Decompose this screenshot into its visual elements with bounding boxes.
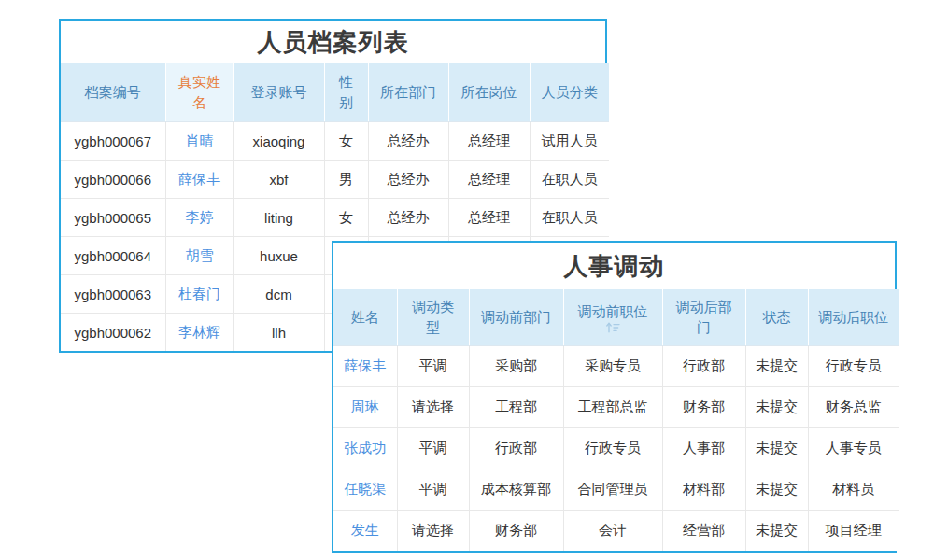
column-label: 调动后职位 <box>818 309 888 325</box>
column-label: 人员分类 <box>542 84 598 100</box>
archive-cell-gender: 男 <box>324 161 368 199</box>
transfer-header-position-before[interactable]: 调动前职位 <box>563 289 662 346</box>
column-label: 档案编号 <box>85 84 141 100</box>
archive-header-row: 档案编号真实姓名登录账号性别所在部门所在岗位人员分类 <box>61 63 609 122</box>
archive-header-archive-no: 档案编号 <box>61 63 165 122</box>
archive-header-position: 所在岗位 <box>448 63 530 122</box>
archive-cell-real-name[interactable]: 胡雪 <box>165 237 234 275</box>
column-label: 性别 <box>339 74 353 110</box>
transfer-cell-dept-before: 行政部 <box>469 428 563 469</box>
archive-header-gender: 性别 <box>324 63 368 122</box>
archive-cell-department: 总经办 <box>368 122 448 161</box>
transfer-panel-title: 人事调动 <box>333 243 895 289</box>
transfer-cell-position-before: 采购专员 <box>563 346 662 387</box>
transfer-cell-status: 未提交 <box>745 469 808 511</box>
table-row: ygbh000066薛保丰xbf男总经办总经理在职人员 <box>61 161 609 199</box>
archive-cell-archive-no: ygbh000064 <box>61 237 165 275</box>
transfer-header-position-after: 调动后职位 <box>808 289 899 346</box>
transfer-cell-name[interactable]: 薛保丰 <box>333 346 397 387</box>
transfer-cell-position-before: 会计 <box>563 511 662 552</box>
archive-cell-archive-no: ygbh000063 <box>61 275 165 314</box>
archive-cell-position: 总经理 <box>448 161 530 199</box>
column-label: 所在岗位 <box>461 84 517 100</box>
archive-cell-archive-no: ygbh000066 <box>61 161 165 199</box>
transfer-cell-position-after: 项目经理 <box>808 511 899 552</box>
archive-cell-login-account: liting <box>234 199 324 237</box>
table-row: 薛保丰平调采购部采购专员行政部未提交行政专员 <box>333 346 899 387</box>
transfer-cell-transfer-type[interactable]: 平调 <box>397 346 469 387</box>
transfer-cell-dept-after: 材料部 <box>662 469 745 511</box>
archive-cell-login-account: dcm <box>234 275 324 314</box>
archive-cell-archive-no: ygbh000067 <box>61 122 165 161</box>
column-label: 所在部门 <box>380 84 436 100</box>
transfer-cell-dept-after: 财务部 <box>662 387 745 428</box>
transfer-cell-dept-after: 行政部 <box>662 346 745 387</box>
sort-ascending-icon[interactable] <box>605 322 620 333</box>
archive-cell-department: 总经办 <box>368 199 448 237</box>
archive-cell-login-account: llh <box>234 314 324 352</box>
transfer-cell-position-after: 人事专员 <box>808 428 899 469</box>
transfer-header-dept-after: 调动后部门 <box>662 289 745 346</box>
transfer-cell-name[interactable]: 任晓渠 <box>333 469 397 511</box>
column-label: 调动前职位 <box>578 303 648 319</box>
transfer-cell-status: 未提交 <box>745 428 808 469</box>
transfer-cell-transfer-type[interactable]: 请选择 <box>397 511 469 552</box>
transfer-cell-position-after: 行政专员 <box>808 346 899 387</box>
archive-header-login-account: 登录账号 <box>234 63 324 122</box>
table-row: 发生请选择财务部会计经营部未提交项目经理 <box>333 511 899 552</box>
archive-header-real-name[interactable]: 真实姓名 <box>165 63 234 122</box>
archive-panel-title: 人员档案列表 <box>61 21 605 63</box>
transfer-cell-dept-after: 经营部 <box>662 511 745 552</box>
archive-cell-login-account: huxue <box>234 237 324 275</box>
transfer-cell-dept-after: 人事部 <box>662 428 745 469</box>
column-label: 调动前部门 <box>481 309 551 325</box>
archive-cell-archive-no: ygbh000062 <box>61 314 165 352</box>
archive-cell-login-account: xbf <box>234 161 324 199</box>
transfer-cell-transfer-type[interactable]: 平调 <box>397 428 469 469</box>
transfer-header-dept-before: 调动前部门 <box>469 289 563 346</box>
archive-cell-category: 在职人员 <box>530 161 609 199</box>
transfer-cell-dept-before: 成本核算部 <box>469 469 563 511</box>
transfer-cell-transfer-type[interactable]: 请选择 <box>397 387 469 428</box>
archive-cell-gender: 女 <box>324 122 368 161</box>
archive-cell-position: 总经理 <box>448 122 530 161</box>
transfer-cell-position-before: 合同管理员 <box>563 469 662 511</box>
transfer-header-transfer-type: 调动类型 <box>397 289 469 346</box>
transfer-header-name: 姓名 <box>333 289 397 346</box>
transfer-cell-transfer-type[interactable]: 平调 <box>397 469 469 511</box>
archive-cell-department: 总经办 <box>368 161 448 199</box>
archive-cell-real-name[interactable]: 李婷 <box>165 199 234 237</box>
table-row: ygbh000067肖晴xiaoqing女总经办总经理试用人员 <box>61 122 609 161</box>
archive-cell-real-name[interactable]: 薛保丰 <box>165 161 234 199</box>
archive-cell-login-account: xiaoqing <box>234 122 324 161</box>
column-label: 登录账号 <box>251 84 307 100</box>
transfer-cell-position-after: 材料员 <box>808 469 899 511</box>
column-label: 状态 <box>763 309 791 325</box>
transfer-cell-status: 未提交 <box>745 387 808 428</box>
archive-cell-gender: 女 <box>324 199 368 237</box>
archive-cell-real-name[interactable]: 肖晴 <box>165 122 234 161</box>
archive-cell-category: 试用人员 <box>530 122 609 161</box>
archive-header-category: 人员分类 <box>530 63 609 122</box>
transfer-cell-status: 未提交 <box>745 511 808 552</box>
archive-cell-archive-no: ygbh000065 <box>61 199 165 237</box>
transfer-table: 姓名调动类型调动前部门调动前职位调动后部门状态调动后职位 薛保丰平调采购部采购专… <box>333 289 899 551</box>
column-label: 真实姓名 <box>178 74 220 110</box>
transfer-cell-name[interactable]: 发生 <box>333 511 397 552</box>
transfer-cell-status: 未提交 <box>745 346 808 387</box>
table-row: 张成功平调行政部行政专员人事部未提交人事专员 <box>333 428 899 469</box>
transfer-cell-dept-before: 采购部 <box>469 346 563 387</box>
archive-cell-category: 在职人员 <box>530 199 609 237</box>
archive-header-department: 所在部门 <box>368 63 448 122</box>
transfer-cell-name[interactable]: 周琳 <box>333 387 397 428</box>
transfer-header-row: 姓名调动类型调动前部门调动前职位调动后部门状态调动后职位 <box>333 289 899 346</box>
transfer-cell-dept-before: 财务部 <box>469 511 563 552</box>
archive-cell-position: 总经理 <box>448 199 530 237</box>
column-label: 姓名 <box>351 309 379 325</box>
archive-cell-real-name[interactable]: 杜春门 <box>165 275 234 314</box>
transfer-cell-name[interactable]: 张成功 <box>333 428 397 469</box>
table-row: 周琳请选择工程部工程部总监财务部未提交财务总监 <box>333 387 899 428</box>
transfer-cell-position-before: 工程部总监 <box>563 387 662 428</box>
archive-cell-real-name[interactable]: 李林辉 <box>165 314 234 352</box>
personnel-transfer-panel: 人事调动 姓名调动类型调动前部门调动前职位调动后部门状态调动后职位 薛保丰平调采… <box>332 241 897 553</box>
